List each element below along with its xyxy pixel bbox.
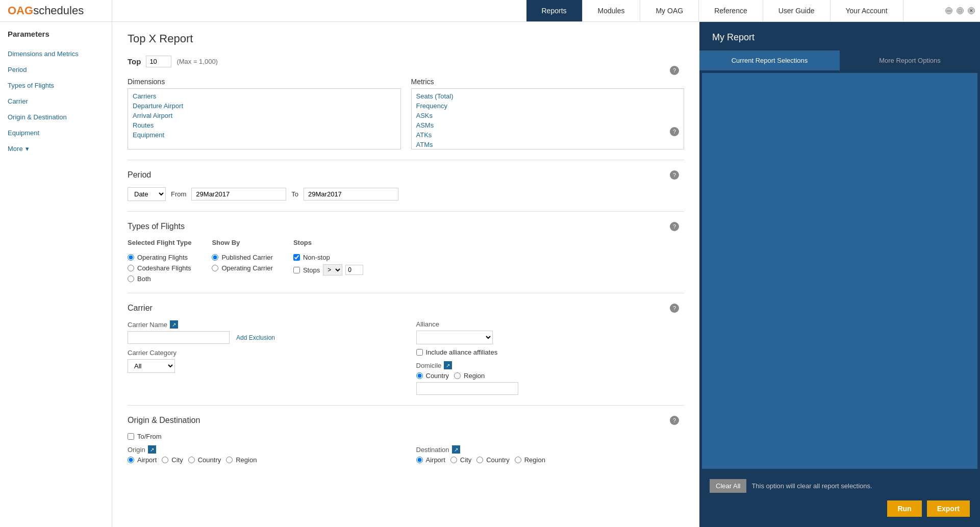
carrier-title: Carrier [128,304,684,313]
stops-comparator-select[interactable]: > < = [323,264,342,275]
dimension-item[interactable]: Equipment [131,130,398,140]
alliance-label: Alliance [416,320,685,328]
metric-item[interactable]: ASKs [414,111,682,120]
destination-airport-radio-input[interactable] [416,457,423,463]
codeshare-flights-radio[interactable]: Codeshare Flights [128,264,191,272]
stops-checkbox-input[interactable] [293,267,300,273]
stops-row: Stops > < = [293,264,363,275]
dimensions-list[interactable]: CarriersDeparture AirportArrival Airport… [128,88,401,149]
country-radio-input[interactable] [416,372,423,379]
sidebar-item-period[interactable]: Period [0,62,112,78]
metric-item[interactable]: ATMs [414,140,682,149]
origin-airport-radio[interactable]: Airport [128,456,157,464]
sidebar-item-dimensions[interactable]: Dimensions and Metrics [0,46,112,62]
published-carrier-radio[interactable]: Published Carrier [212,254,272,261]
origin-region-radio[interactable]: Region [226,456,257,464]
period-help-icon[interactable]: ? [670,170,679,180]
dimensions-metrics-row: Dimensions CarriersDeparture AirportArri… [128,78,684,149]
destination-expand-icon[interactable]: ↗ [452,445,460,454]
dimension-item[interactable]: Departure Airport [131,101,398,111]
sidebar-item-equipment[interactable]: Equipment [0,125,112,141]
add-exclusion-link[interactable]: Add Exclusion [236,334,275,341]
origin-region-radio-input[interactable] [226,457,233,463]
run-button[interactable]: Run [887,500,921,517]
to-from-checkbox[interactable]: To/From [128,433,684,440]
dimensions-help-icon[interactable]: ? [670,127,679,136]
od-help-icon[interactable]: ? [670,416,679,425]
destination-city-radio-input[interactable] [450,457,457,463]
from-date-input[interactable] [191,188,286,200]
destination-region-radio[interactable]: Region [515,456,545,464]
nav-item-my-oag[interactable]: My OAG [640,0,699,21]
metrics-list[interactable]: Seats (Total)FrequencyASKsASMsATKsATMsTo… [411,88,685,149]
destination-airport-radio[interactable]: Airport [416,456,445,464]
non-stop-checkbox[interactable]: Non-stop [293,254,363,261]
top-help-icon[interactable]: ? [670,66,679,75]
tab-current-selections[interactable]: Current Report Selections [699,51,840,70]
origin-country-radio-input[interactable] [188,457,195,463]
origin-city-radio-input[interactable] [162,457,168,463]
dimension-item[interactable]: Arrival Airport [131,111,398,120]
to-date-input[interactable] [304,188,398,200]
nav-item-reports[interactable]: Reports [526,0,583,21]
clear-all-button[interactable]: Clear All [710,479,746,493]
non-stop-checkbox-input[interactable] [293,254,300,261]
published-carrier-radio-input[interactable] [212,254,218,261]
origin-country-radio[interactable]: Country [188,456,221,464]
sidebar-item-types-of-flights[interactable]: Types of Flights [0,78,112,93]
destination-region-radio-input[interactable] [515,457,521,463]
metric-item[interactable]: ATKs [414,130,682,140]
sidebar-item-carrier[interactable]: Carrier [0,93,112,109]
dimension-item[interactable]: Carriers [131,91,398,101]
include-affiliates-label[interactable]: Include alliance affiliates [416,348,685,356]
country-radio[interactable]: Country [416,372,449,380]
carrier-name-expand-icon[interactable]: ↗ [170,320,178,329]
metric-item[interactable]: Frequency [414,101,682,111]
metric-item[interactable]: ASMs [414,120,682,130]
to-from-checkbox-input[interactable] [128,433,134,440]
export-button[interactable]: Export [927,500,970,517]
destination-country-radio[interactable]: Country [476,456,510,464]
stops-label: Stops [303,266,320,274]
sidebar-item-origin-destination[interactable]: Origin & Destination [0,109,112,125]
nav-item-user-guide[interactable]: User Guide [763,0,831,21]
domicile-input[interactable] [416,382,518,395]
stops-checkbox[interactable]: Stops [293,266,320,274]
nav-item-modules[interactable]: Modules [583,0,641,21]
domicile-expand-icon[interactable]: ↗ [444,361,452,369]
operating-carrier-radio-input[interactable] [212,265,218,271]
top-input[interactable] [146,56,171,67]
carrier-help-icon[interactable]: ? [670,304,679,313]
region-radio[interactable]: Region [454,372,485,380]
operating-flights-radio-input[interactable] [128,254,134,261]
carrier-name-input[interactable] [128,331,230,344]
origin-airport-radio-input[interactable] [128,457,134,463]
operating-flights-radio[interactable]: Operating Flights [128,254,191,261]
restore-button[interactable]: □ [957,7,964,14]
period-date-select[interactable]: Date Week Month [128,187,166,201]
dimension-item[interactable]: Routes [131,120,398,130]
both-radio-input[interactable] [128,275,134,282]
codeshare-flights-radio-input[interactable] [128,265,134,271]
close-button[interactable]: ✕ [968,7,975,14]
alliance-select[interactable] [416,331,493,344]
destination-city-radio[interactable]: City [450,456,471,464]
types-help-icon[interactable]: ? [670,222,679,231]
origin-destination-section: Origin & Destination ? To/From Origin ↗ … [128,405,684,474]
include-affiliates-checkbox[interactable] [416,349,423,356]
both-flights-radio[interactable]: Both [128,275,191,283]
minimize-button[interactable]: — [945,7,952,14]
operating-carrier-radio[interactable]: Operating Carrier [212,264,272,272]
stops-value-input[interactable] [345,265,363,275]
metrics-col: Metrics Seats (Total)FrequencyASKsASMsAT… [411,78,685,149]
origin-expand-icon[interactable]: ↗ [148,445,156,454]
sidebar-more[interactable]: More ▾ [0,141,112,157]
nav-item-reference[interactable]: Reference [699,0,763,21]
nav-item-your-account[interactable]: Your Account [831,0,903,21]
destination-country-radio-input[interactable] [476,457,483,463]
tab-more-options[interactable]: More Report Options [840,51,980,70]
region-radio-input[interactable] [454,372,461,379]
metric-item[interactable]: Seats (Total) [414,91,682,101]
carrier-category-select[interactable]: All Low Cost Charter [128,359,175,373]
origin-city-radio[interactable]: City [162,456,183,464]
